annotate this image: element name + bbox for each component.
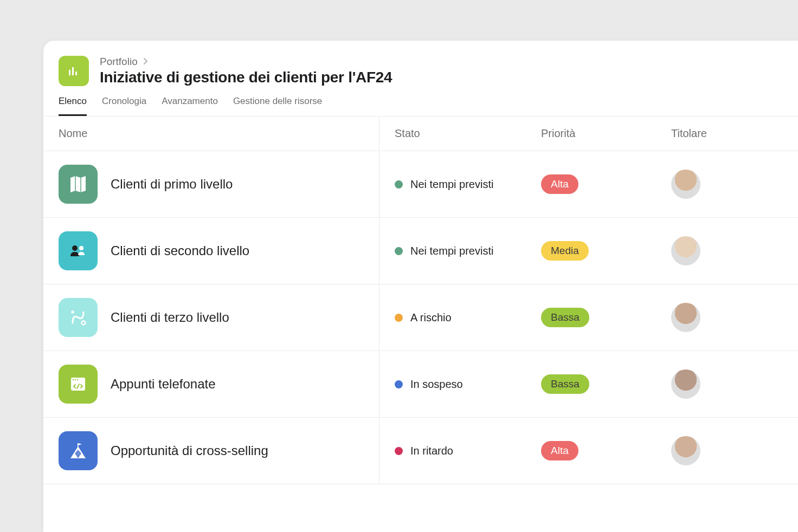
table-row[interactable]: Clienti di secondo livelloNei tempi prev…: [43, 218, 798, 284]
tab-elenco[interactable]: Elenco: [59, 96, 87, 116]
table-header: Nome Stato Priorità Titolare: [43, 116, 798, 151]
priority-pill: Bassa: [541, 308, 589, 327]
avatar: [671, 436, 700, 465]
project-name: Appunti telefonate: [111, 377, 216, 392]
code-window-icon: [59, 365, 98, 404]
cell-priority[interactable]: Alta: [526, 151, 656, 217]
portfolio-folder-icon: [59, 56, 89, 86]
people-icon: [59, 231, 98, 270]
column-header-priority[interactable]: Priorità: [526, 116, 656, 151]
cell-priority[interactable]: Media: [526, 218, 656, 284]
column-header-owner[interactable]: Titolare: [656, 116, 798, 151]
project-name: Opportunità di cross-selling: [111, 443, 268, 458]
project-name: Clienti di terzo livello: [111, 310, 229, 325]
table-row[interactable]: Clienti di primo livelloNei tempi previs…: [43, 151, 798, 218]
status-label: Nei tempi previsti: [410, 178, 493, 191]
cell-owner[interactable]: [656, 418, 798, 484]
priority-pill: Alta: [541, 441, 578, 460]
status-label: Nei tempi previsti: [410, 245, 493, 257]
header-top: Portfolio Iniziative di gestione dei cli…: [59, 56, 783, 86]
avatar: [671, 236, 700, 265]
cell-priority[interactable]: Alta: [526, 418, 656, 484]
priority-pill: Alta: [541, 174, 578, 194]
svg-point-6: [79, 246, 83, 250]
priority-pill: Bassa: [541, 374, 589, 394]
project-name: Clienti di secondo livello: [111, 243, 249, 258]
cell-owner[interactable]: [656, 351, 798, 417]
cell-name: Clienti di primo livello: [43, 151, 379, 217]
status-dot-icon: [395, 447, 403, 455]
cell-status[interactable]: In ritardo: [379, 418, 526, 484]
map-icon: [59, 165, 98, 204]
cell-owner[interactable]: [656, 284, 798, 351]
svg-rect-2: [75, 72, 77, 75]
cell-status[interactable]: In sospeso: [379, 351, 526, 417]
title-block: Portfolio Iniziative di gestione dei cli…: [100, 56, 392, 86]
table-body: Clienti di primo livelloNei tempi previs…: [43, 151, 798, 484]
avatar: [671, 170, 700, 199]
tab-cronologia[interactable]: Cronologia: [102, 96, 146, 116]
cell-name: Appunti telefonate: [43, 351, 379, 417]
svg-point-5: [72, 245, 78, 251]
avatar: [671, 303, 700, 332]
cell-owner[interactable]: [656, 218, 798, 284]
cell-status[interactable]: Nei tempi previsti: [379, 218, 526, 284]
cell-name: Opportunità di cross-selling: [43, 418, 379, 484]
breadcrumb[interactable]: Portfolio: [100, 56, 392, 68]
priority-pill: Media: [541, 241, 589, 261]
chevron-right-icon: [143, 56, 149, 68]
table-row[interactable]: Clienti di terzo livelloA rischioBassa: [43, 284, 798, 351]
status-label: In ritardo: [410, 445, 453, 457]
status-label: In sospeso: [410, 378, 463, 391]
breadcrumb-parent[interactable]: Portfolio: [100, 56, 138, 68]
cell-status[interactable]: A rischio: [379, 284, 526, 351]
svg-rect-0: [69, 70, 70, 75]
tab-gestione-delle-risorse[interactable]: Gestione delle risorse: [233, 96, 322, 116]
project-name: Clienti di primo livello: [111, 177, 233, 192]
tab-avanzamento[interactable]: Avanzamento: [162, 96, 218, 116]
column-header-status[interactable]: Stato: [379, 116, 526, 151]
column-header-name[interactable]: Nome: [43, 116, 379, 151]
avatar: [671, 369, 700, 399]
status-dot-icon: [395, 247, 403, 255]
header: Portfolio Iniziative di gestione dei cli…: [43, 41, 798, 116]
cell-priority[interactable]: Bassa: [526, 351, 656, 417]
status-dot-icon: [395, 380, 403, 388]
status-dot-icon: [395, 314, 403, 322]
cell-owner[interactable]: [656, 151, 798, 217]
path-icon: [59, 298, 98, 337]
cell-priority[interactable]: Bassa: [526, 284, 656, 351]
table-row[interactable]: Opportunità di cross-sellingIn ritardoAl…: [43, 418, 798, 484]
mountain-flag-icon: [59, 431, 98, 470]
svg-point-11: [75, 379, 76, 380]
svg-point-7: [82, 321, 86, 325]
table-row[interactable]: Appunti telefonateIn sospesoBassa: [43, 351, 798, 418]
app-window: Portfolio Iniziative di gestione dei cli…: [43, 41, 798, 532]
cell-status[interactable]: Nei tempi previsti: [379, 151, 526, 217]
status-label: A rischio: [410, 312, 452, 324]
svg-point-10: [73, 379, 74, 380]
tabs: ElencoCronologiaAvanzamentoGestione dell…: [59, 96, 783, 116]
svg-rect-1: [72, 67, 74, 75]
cell-name: Clienti di secondo livello: [43, 218, 379, 284]
status-dot-icon: [395, 180, 403, 189]
svg-point-12: [77, 379, 78, 380]
cell-name: Clienti di terzo livello: [43, 284, 379, 351]
page-title: Iniziative di gestione dei clienti per l…: [100, 69, 392, 86]
